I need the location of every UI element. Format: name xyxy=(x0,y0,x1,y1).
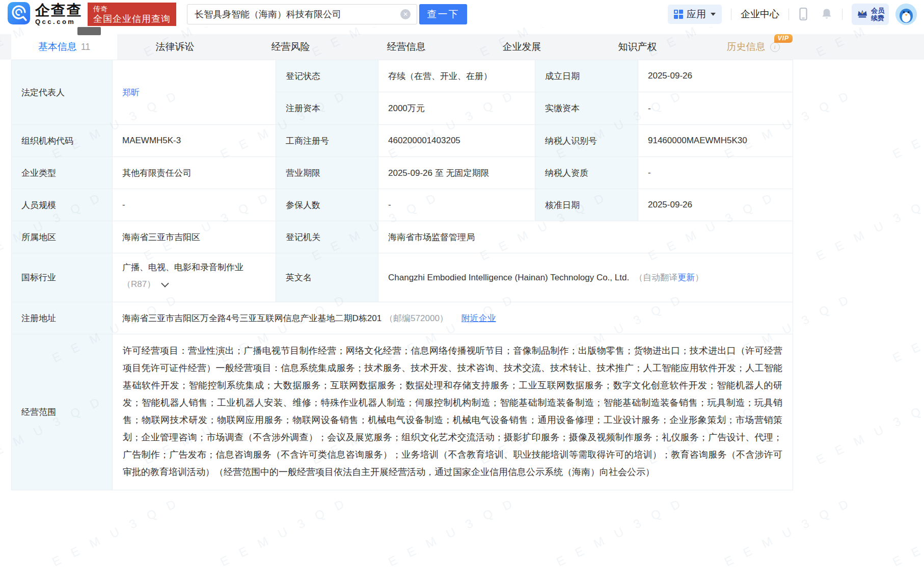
vip-renew-button[interactable]: 会员 续费 xyxy=(852,4,889,25)
registration-authority-value: 海南省市场监督管理局 xyxy=(378,221,793,253)
mobile-phone-icon[interactable] xyxy=(798,7,808,22)
crown-icon xyxy=(856,8,868,21)
tab-operating-info[interactable]: 经营信息 xyxy=(348,34,464,60)
english-name-label: 英文名 xyxy=(276,253,378,302)
registration-status-value: 存续（在营、开业、在册） xyxy=(378,60,535,92)
legal-representative-link[interactable]: 郑昕 xyxy=(122,87,140,98)
top-bar: 企查查 Qcc.com 传奇 全国企业信用查询 查一下 应用 企业中心 xyxy=(0,0,924,27)
search-input[interactable] xyxy=(194,9,400,20)
staff-size-value: - xyxy=(113,189,276,221)
registration-authority-label: 登记机关 xyxy=(276,221,378,253)
vip-renew-top: 会员 xyxy=(871,7,884,14)
tab-label: 经营信息 xyxy=(387,40,426,54)
insured-persons-value: - xyxy=(378,189,535,221)
paid-in-capital-label: 实缴资本 xyxy=(535,92,638,125)
search-box xyxy=(187,4,417,24)
tab-count-badge: 11 xyxy=(81,42,91,52)
brand-name: 企查查 xyxy=(35,3,83,18)
business-scope-label: 经营范围 xyxy=(12,334,113,490)
tab-label: 基本信息 xyxy=(38,40,77,54)
insured-persons-label: 参保人数 xyxy=(276,189,378,221)
taxpayer-id-value: 91460000MAEWMH5K30 xyxy=(638,125,793,157)
tab-label: 法律诉讼 xyxy=(156,40,195,54)
business-scope-value: 许可经营项目：营业性演出；广播电视节目制作经营；网络文化经营；信息网络传播视听节… xyxy=(113,334,793,490)
industry-code: （R87） xyxy=(122,278,155,290)
divider xyxy=(789,9,789,20)
business-term-value: 2025-09-26 至 无固定期限 xyxy=(378,157,535,189)
apps-label: 应用 xyxy=(687,8,706,21)
registered-address-cell: 海南省三亚市吉阳区万全路4号三亚互联网信息产业基地二期D栋201 （邮编5720… xyxy=(113,302,793,334)
region-label: 所属地区 xyxy=(12,221,113,253)
registered-capital-value: 2000万元 xyxy=(378,92,535,125)
staff-size-label: 人员规模 xyxy=(12,189,113,221)
paid-in-capital-value: - xyxy=(638,92,793,125)
company-type-label: 企业类型 xyxy=(12,157,113,189)
approval-date-label: 核准日期 xyxy=(535,189,638,221)
qcc-logo-icon xyxy=(7,2,31,27)
notification-bell-icon[interactable] xyxy=(821,7,833,21)
registered-address-value: 海南省三亚市吉阳区万全路4号三亚互联网信息产业基地二期D栋201 xyxy=(122,312,382,324)
industry-value: 广播、电视、电影和录音制作业 xyxy=(122,261,266,273)
legal-representative-cell: 郑昕 xyxy=(113,60,276,125)
tab-bar: 基本信息 11 法律诉讼 经营风险 经营信息 企业发展 知识产权 VIP 历史信… xyxy=(0,34,924,60)
legend-badge-top: 传奇 xyxy=(93,4,171,13)
tab-label: 经营风险 xyxy=(271,40,310,54)
company-basic-info-table: 法定代表人 郑昕 登记状态 存续（在营、开业、在册） 成立日期 2025-09-… xyxy=(11,60,793,490)
user-avatar[interactable] xyxy=(895,4,917,25)
auto-translate-note: （自动翻译 xyxy=(634,272,677,283)
region-value: 海南省三亚市吉阳区 xyxy=(113,221,276,253)
nearby-companies-link[interactable]: 附近企业 xyxy=(461,312,496,324)
registration-status-label: 登记状态 xyxy=(276,60,378,92)
registered-capital-label: 注册资本 xyxy=(276,92,378,125)
tab-history-info[interactable]: VIP 历史信息 xyxy=(695,34,811,60)
establishment-date-label: 成立日期 xyxy=(535,60,638,92)
registered-address-label: 注册地址 xyxy=(12,302,113,334)
apps-grid-icon xyxy=(674,10,683,19)
company-type-value: 其他有限责任公司 xyxy=(113,157,276,189)
top-right-nav: 应用 企业中心 xyxy=(668,4,917,25)
vip-badge: VIP xyxy=(774,34,793,43)
business-reg-no-label: 工商注册号 xyxy=(276,125,378,157)
legend-badge: 传奇 全国企业信用查询 xyxy=(88,3,176,26)
brand-domain: Qcc.com xyxy=(35,18,83,25)
info-icon[interactable] xyxy=(770,42,780,52)
taxpayer-qualification-value: - xyxy=(638,157,793,189)
search-button[interactable]: 查一下 xyxy=(419,4,467,24)
chevron-down-icon xyxy=(711,13,716,16)
taxpayer-qualification-label: 纳税人资质 xyxy=(535,157,638,189)
auto-translate-note-close: ） xyxy=(695,272,703,283)
tab-label: 企业发展 xyxy=(503,40,541,54)
vip-renew-bottom: 续费 xyxy=(871,14,884,22)
taxpayer-id-label: 纳税人识别号 xyxy=(535,125,638,157)
tab-company-development[interactable]: 企业发展 xyxy=(464,34,580,60)
tab-operating-risk[interactable]: 经营风险 xyxy=(233,34,348,60)
industry-label: 国标行业 xyxy=(12,253,113,302)
tooltip-fragment xyxy=(77,27,101,35)
tab-label: 知识产权 xyxy=(618,40,657,54)
qcc-logo[interactable]: 企查查 Qcc.com xyxy=(7,2,83,27)
approval-date-value: 2025-09-26 xyxy=(638,189,793,221)
tab-basic-info[interactable]: 基本信息 11 xyxy=(11,34,117,60)
postal-code: （邮编572000） xyxy=(385,312,448,324)
divider xyxy=(842,9,843,20)
enterprise-center-link[interactable]: 企业中心 xyxy=(741,8,779,21)
clear-search-icon[interactable] xyxy=(400,9,411,19)
translate-update-link[interactable]: 更新 xyxy=(677,272,695,283)
legend-badge-bottom: 全国企业信用查询 xyxy=(93,13,171,24)
apps-menu-button[interactable]: 应用 xyxy=(668,5,722,24)
org-code-value: MAEWMH5K-3 xyxy=(113,125,276,157)
tab-legal-litigation[interactable]: 法律诉讼 xyxy=(117,34,233,60)
legal-representative-label: 法定代表人 xyxy=(12,60,113,125)
tab-intellectual-property[interactable]: 知识产权 xyxy=(580,34,695,60)
english-name-cell: Changzhi Embodied Intelligence (Hainan) … xyxy=(378,253,793,302)
business-term-label: 营业期限 xyxy=(276,157,378,189)
tab-label: 历史信息 xyxy=(727,40,766,54)
establishment-date-value: 2025-09-26 xyxy=(638,60,793,92)
industry-cell: 广播、电视、电影和录音制作业 （R87） xyxy=(113,253,276,302)
business-reg-no-value: 460200001403205 xyxy=(378,125,535,157)
divider xyxy=(731,9,731,20)
english-name-value: Changzhi Embodied Intelligence (Hainan) … xyxy=(388,273,629,283)
org-code-label: 组织机构代码 xyxy=(12,125,113,157)
chevron-expand-icon[interactable] xyxy=(161,279,169,287)
